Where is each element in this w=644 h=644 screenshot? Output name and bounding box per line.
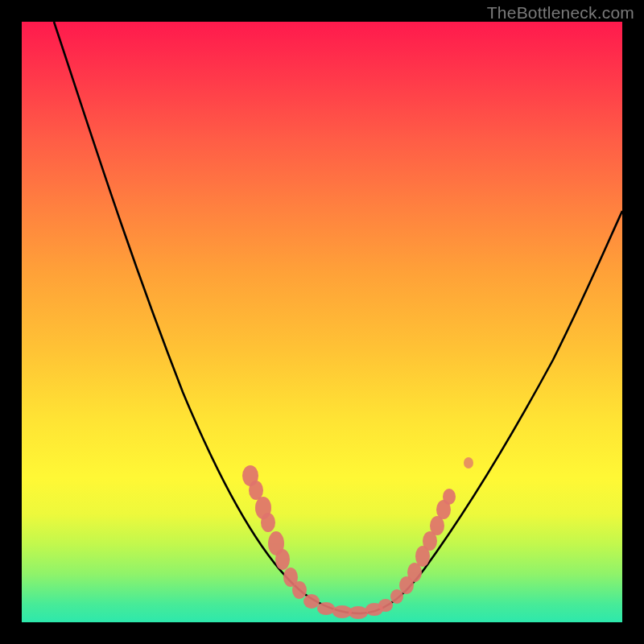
svg-point-9 — [317, 602, 335, 615]
svg-point-5 — [275, 549, 290, 570]
svg-point-11 — [349, 606, 368, 619]
svg-point-1 — [249, 481, 263, 500]
chart-frame: TheBottleneck.com — [0, 0, 644, 644]
marker-bottom-cluster — [303, 594, 393, 619]
plot-area — [22, 22, 622, 622]
marker-right-cluster — [390, 489, 456, 604]
marker-stray — [464, 457, 473, 469]
chart-svg — [22, 22, 622, 622]
bottleneck-curve — [54, 22, 622, 613]
svg-point-13 — [378, 599, 393, 612]
watermark-text: TheBottleneck.com — [487, 3, 634, 23]
svg-point-21 — [443, 489, 456, 505]
svg-point-8 — [303, 594, 320, 609]
svg-point-3 — [261, 513, 275, 532]
svg-point-22 — [464, 457, 473, 469]
svg-point-7 — [292, 581, 307, 599]
